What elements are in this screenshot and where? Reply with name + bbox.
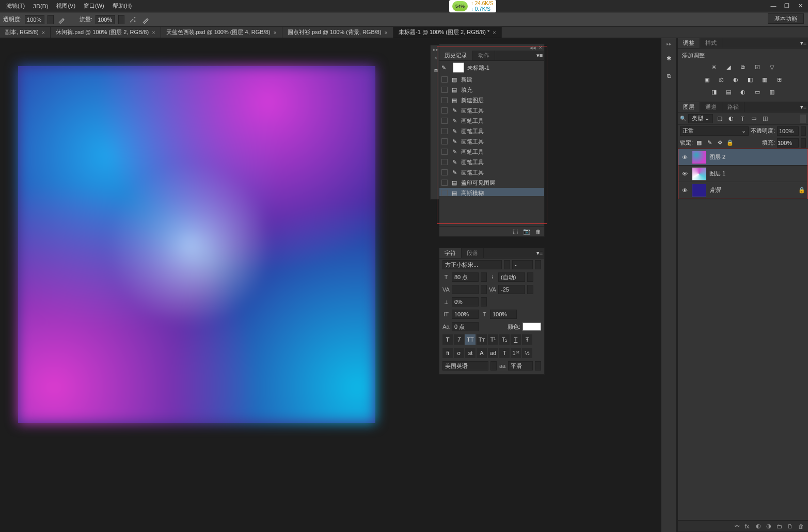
delete-layer-icon[interactable]: 🗑: [798, 523, 804, 529]
bold-button[interactable]: T: [442, 334, 453, 345]
exposure-icon[interactable]: ☑: [753, 62, 762, 72]
history-checkbox[interactable]: [441, 169, 448, 175]
bw-icon[interactable]: ◐: [731, 75, 740, 84]
flow-input[interactable]: [96, 15, 115, 24]
close-button[interactable]: ✕: [795, 1, 806, 10]
doc-tab-0[interactable]: 副本, RGB/8)×: [0, 27, 51, 38]
curves-icon[interactable]: ⧉: [738, 62, 748, 72]
history-item[interactable]: ✎画笔工具: [439, 147, 544, 157]
layer-name[interactable]: 背景: [709, 186, 721, 194]
visibility-icon[interactable]: 👁: [680, 171, 689, 177]
lock-pixels-icon[interactable]: ✎: [705, 139, 714, 147]
balance-icon[interactable]: ⚖: [717, 75, 726, 84]
history-item[interactable]: ▤填充: [439, 85, 544, 95]
visibility-icon[interactable]: 👁: [680, 187, 689, 194]
tab-actions[interactable]: 动作: [473, 51, 495, 60]
flow-dropdown[interactable]: [118, 15, 124, 24]
workspace-switcher[interactable]: 基本功能: [768, 13, 804, 24]
hscale-input[interactable]: [490, 310, 517, 319]
tab-layers[interactable]: 图层: [678, 102, 700, 112]
titling-button[interactable]: ad: [488, 348, 498, 358]
panel-menu-icon[interactable]: ▾≡: [535, 248, 544, 258]
airbrush-icon[interactable]: [128, 14, 138, 25]
vibrance-icon[interactable]: ▽: [767, 62, 777, 72]
layer-row[interactable]: 👁 图层 1: [678, 166, 807, 182]
create-document-icon[interactable]: 📷: [523, 228, 530, 235]
poster-icon[interactable]: ▤: [724, 87, 733, 96]
new-adjustment-icon[interactable]: ◑: [766, 523, 771, 529]
shift-input[interactable]: [452, 297, 479, 307]
filter-smart-icon[interactable]: ◫: [761, 114, 770, 123]
canvas-area[interactable]: [0, 38, 676, 532]
history-checkbox[interactable]: [441, 97, 448, 103]
pressure-size-icon[interactable]: [141, 14, 151, 25]
layer-thumbnail[interactable]: [692, 167, 706, 181]
layer-opacity-input[interactable]: [777, 126, 799, 136]
history-checkbox[interactable]: [441, 138, 448, 144]
tab-channels[interactable]: 通道: [700, 102, 722, 112]
hue-icon[interactable]: ▣: [702, 75, 711, 84]
document-canvas[interactable]: [18, 66, 375, 423]
history-checkbox[interactable]: [441, 128, 448, 134]
opacity-input[interactable]: [25, 15, 44, 24]
menu-help[interactable]: 帮助(H): [108, 1, 136, 11]
tab-character[interactable]: 字符: [439, 248, 462, 258]
half-button[interactable]: ½: [522, 348, 532, 358]
history-icon[interactable]: ⧈: [434, 67, 438, 74]
invert-icon[interactable]: ◨: [709, 87, 719, 96]
history-checkbox[interactable]: [441, 159, 448, 165]
filter-shape-icon[interactable]: ▭: [749, 114, 758, 123]
menu-window[interactable]: 窗口(W): [80, 1, 108, 11]
close-icon[interactable]: ×: [273, 29, 276, 36]
history-checkbox[interactable]: [441, 76, 448, 83]
collapse-icon[interactable]: ▸▸: [433, 47, 438, 52]
new-group-icon[interactable]: 🗀: [777, 523, 782, 529]
history-checkbox[interactable]: [441, 190, 448, 196]
menu-view[interactable]: 视图(V): [52, 1, 80, 11]
close-icon[interactable]: ×: [493, 29, 496, 36]
dropdown-icon[interactable]: [535, 260, 541, 269]
doc-tab-3[interactable]: 圆点衬衫.psd @ 100% (背景, RGB/8)×: [282, 27, 393, 38]
doc-tab-1[interactable]: 休闲裤.psd @ 100% (图层 2, RGB/8)×: [51, 27, 161, 38]
allcaps-button[interactable]: TT: [465, 334, 476, 345]
close-icon[interactable]: ×: [152, 29, 155, 36]
history-item[interactable]: ✎画笔工具: [439, 126, 544, 136]
doc-tab-4[interactable]: 未标题-1 @ 100% (图层 2, RGB/8) *×: [393, 27, 502, 38]
st-button[interactable]: st: [465, 348, 476, 358]
history-checkbox[interactable]: [441, 118, 448, 124]
history-item[interactable]: ▤新建: [439, 74, 544, 85]
swash-button[interactable]: A: [477, 348, 487, 358]
leading-input[interactable]: [498, 272, 525, 282]
link-layers-icon[interactable]: ⚯: [735, 523, 739, 529]
font-family-select[interactable]: 方正小标宋...: [442, 260, 502, 269]
ordinals-button[interactable]: T: [499, 348, 510, 358]
history-item[interactable]: ✎画笔工具: [439, 116, 544, 126]
layer-row[interactable]: 👁 背景 🔒: [678, 182, 807, 199]
history-item[interactable]: ▤新建图层: [439, 95, 544, 105]
new-snapshot-icon[interactable]: ⬚: [513, 228, 518, 235]
visibility-icon[interactable]: 👁: [680, 154, 689, 160]
fi-button[interactable]: fi: [442, 348, 453, 358]
baseline-input[interactable]: [452, 322, 479, 331]
sigma-button[interactable]: σ: [454, 348, 464, 358]
filter-pixel-icon[interactable]: ▢: [715, 114, 724, 123]
close-icon[interactable]: ×: [539, 44, 542, 51]
history-item[interactable]: ▤高斯模糊: [439, 188, 544, 196]
superscript-button[interactable]: T¹: [488, 334, 498, 345]
tracking-input[interactable]: [498, 285, 525, 294]
lock-position-icon[interactable]: ✥: [716, 139, 724, 147]
language-select[interactable]: 美国英语: [442, 361, 488, 370]
smallcaps-button[interactable]: Tᴛ: [477, 334, 487, 345]
font-size-input[interactable]: [452, 272, 479, 282]
history-item[interactable]: ✎画笔工具: [439, 105, 544, 116]
pressure-opacity-icon[interactable]: [57, 14, 67, 25]
history-item[interactable]: ▤盖印可见图层: [439, 178, 544, 188]
subscript-button[interactable]: T₁: [499, 334, 510, 345]
kerning-input[interactable]: [452, 285, 479, 294]
brightness-icon[interactable]: ☀: [709, 62, 719, 72]
close-icon[interactable]: ×: [434, 55, 437, 61]
layer-thumbnail[interactable]: [692, 184, 706, 197]
selective-icon[interactable]: ▥: [767, 87, 777, 96]
history-checkbox[interactable]: [441, 87, 448, 93]
layer-row[interactable]: 👁 图层 2: [678, 149, 807, 166]
